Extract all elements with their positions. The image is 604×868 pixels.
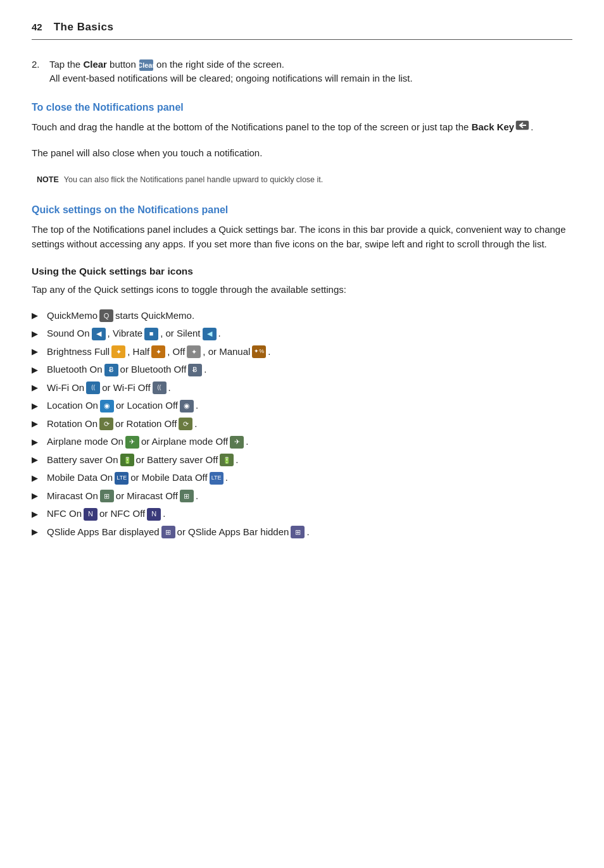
li-content-airplane: Airplane mode On ✈ or Airplane mode Off …: [47, 435, 248, 449]
step-number: 2.: [32, 58, 49, 86]
section1-body1: Touch and drag the handle at the bottom …: [32, 120, 572, 135]
wifi-off-icon: ((: [153, 381, 167, 394]
brightness-off-icon: ✦: [187, 345, 201, 358]
li-content-bluetooth: Bluetooth On Ƀ or Bluetooth Off Ƀ .: [47, 363, 207, 377]
bullet-arrow: ▶: [32, 418, 41, 430]
list-item-rotation: ▶ Rotation On ⟳ or Rotation Off ⟳ .: [32, 417, 572, 431]
list-item-location: ▶ Location On ◉ or Location Off ◉ .: [32, 399, 572, 413]
sound-text1: Sound On: [47, 326, 90, 341]
miracast-text3: .: [196, 489, 198, 504]
section2-heading: Quick settings on the Notifications pane…: [32, 202, 572, 218]
clear-button-icon: Clear: [139, 59, 153, 71]
list-item-nfc: ▶ NFC On N or NFC Off N .: [32, 507, 572, 521]
nfc-text3: .: [163, 507, 165, 521]
wifi-text2: or Wi-Fi Off: [102, 381, 150, 395]
li-content-nfc: NFC On N or NFC Off N .: [47, 507, 165, 521]
miracast-off-icon: ⊞: [180, 490, 194, 502]
loc-text2: or Location Off: [116, 399, 178, 413]
silent-icon: ◀: [203, 328, 217, 340]
qslide-hidden-icon: ⊞: [291, 526, 305, 538]
list-item-wifi: ▶ Wi-Fi On (( or Wi-Fi Off (( .: [32, 381, 572, 395]
airplane-text1: Airplane mode On: [47, 435, 123, 449]
list-item-battery-saver: ▶ Battery saver On 🔋 or Battery saver Of…: [32, 453, 572, 468]
bright-text3: , Off: [167, 345, 185, 359]
section3-heading: Using the Quick settings bar icons: [32, 264, 572, 278]
bullet-arrow: ▶: [32, 381, 41, 394]
section1-body1-pre: Touch and drag the handle at the bottom …: [32, 121, 472, 132]
nfc-on-icon: N: [84, 508, 98, 521]
li-content-brightness: Brightness Full ✦ , Half ✦ , Off ✦ , or …: [47, 345, 271, 359]
mdata-text1: Mobile Data On: [47, 471, 113, 485]
wifi-text1: Wi-Fi On: [47, 381, 84, 395]
mobile-data-off-icon: LTE: [210, 472, 223, 485]
step-2: 2. Tap the Clear button Clear on the rig…: [32, 58, 572, 86]
step-content: Tap the Clear button Clear on the right …: [49, 58, 572, 86]
section3-intro: Tap any of the Quick settings icons to t…: [32, 283, 572, 297]
note-label: NOTE: [37, 174, 59, 186]
li-content-wifi: Wi-Fi On (( or Wi-Fi Off (( .: [47, 381, 171, 395]
brightness-manual-icon: ✦%: [252, 345, 266, 358]
li-content-qslide: QSlide Apps Bar displayed ⊞ or QSlide Ap…: [47, 525, 310, 540]
bluetooth-off-icon: Ƀ: [188, 364, 202, 376]
battery-saver-off-icon: 🔋: [220, 454, 234, 466]
bullet-arrow: ▶: [32, 364, 41, 376]
wifi-on-icon: ((: [86, 381, 100, 394]
miracast-text2: or Miracast Off: [116, 489, 178, 504]
bullet-arrow: ▶: [32, 328, 41, 340]
bt-text3: .: [204, 363, 206, 377]
bt-text2: or Bluetooth Off: [120, 363, 187, 377]
airplane-off-icon: ✈: [230, 436, 244, 449]
airplane-text3: .: [246, 435, 248, 449]
page-number: 42: [32, 20, 42, 35]
brightness-half-icon: ✦: [151, 345, 165, 358]
mdata-text2: or Mobile Data Off: [130, 471, 207, 485]
nfc-text2: or NFC Off: [99, 507, 145, 521]
quickmemo-icon: Q: [99, 309, 113, 322]
back-key-svg: [515, 120, 529, 130]
sound-text2: , Vibrate: [108, 326, 143, 341]
wifi-text3: .: [168, 381, 171, 395]
mdata-text3: .: [225, 471, 228, 485]
rot-text2: or Rotation Off: [115, 417, 177, 431]
bright-text4: , or Manual: [203, 345, 250, 359]
miracast-text1: Miracast On: [47, 489, 98, 504]
bullet-arrow: ▶: [32, 345, 41, 358]
bullet-arrow: ▶: [32, 472, 41, 485]
step2-line1: Tap the Clear button Clear on the right …: [49, 58, 572, 72]
nfc-off-icon: N: [147, 508, 161, 521]
step2-post: on the right side of the screen.: [154, 59, 284, 70]
rot-text3: .: [194, 417, 197, 431]
sound-text4: .: [218, 326, 221, 341]
bullet-arrow: ▶: [32, 526, 41, 538]
li-content-miracast: Miracast On ⊞ or Miracast Off ⊞ .: [47, 489, 198, 504]
batsave-text1: Battery saver On: [47, 453, 118, 468]
loc-text3: .: [196, 399, 198, 413]
section1-body2: The panel will also close when you touch…: [32, 146, 572, 161]
bright-text2: , Half: [127, 345, 149, 359]
step2-line2: All event-based notifications will be cl…: [49, 71, 572, 86]
quickmemo-text-after: starts QuickMemo.: [115, 309, 194, 323]
brightness-full-icon: ✦: [111, 345, 125, 358]
loc-text1: Location On: [47, 399, 98, 413]
bt-text1: Bluetooth On: [47, 363, 103, 377]
list-item-mobile-data: ▶ Mobile Data On LTE or Mobile Data Off …: [32, 471, 572, 485]
list-item-airplane: ▶ Airplane mode On ✈ or Airplane mode Of…: [32, 435, 572, 449]
section2-body: The top of the Notifications panel inclu…: [32, 223, 572, 251]
miracast-on-icon: ⊞: [100, 490, 114, 502]
list-item-brightness: ▶ Brightness Full ✦ , Half ✦ , Off ✦ , o…: [32, 345, 572, 359]
bullet-arrow: ▶: [32, 400, 41, 412]
list-item-bluetooth: ▶ Bluetooth On Ƀ or Bluetooth Off Ƀ .: [32, 363, 572, 377]
bright-text5: .: [268, 345, 270, 359]
list-item-miracast: ▶ Miracast On ⊞ or Miracast Off ⊞ .: [32, 489, 572, 504]
list-item-qslide: ▶ QSlide Apps Bar displayed ⊞ or QSlide …: [32, 525, 572, 540]
li-content-battery-saver: Battery saver On 🔋 or Battery saver Off …: [47, 453, 239, 468]
li-content-rotation: Rotation On ⟳ or Rotation Off ⟳ .: [47, 417, 198, 431]
step2-pre: Tap the: [49, 59, 83, 70]
li-content-mobile-data: Mobile Data On LTE or Mobile Data Off LT…: [47, 471, 228, 485]
qslide-displayed-icon: ⊞: [161, 526, 175, 538]
page-header: 42 The Basics: [32, 19, 572, 40]
rotation-on-icon: ⟳: [99, 418, 113, 430]
bullet-arrow: ▶: [32, 454, 41, 466]
section1-body1-post: .: [531, 121, 533, 132]
step2-bold-clear: Clear: [83, 59, 107, 70]
